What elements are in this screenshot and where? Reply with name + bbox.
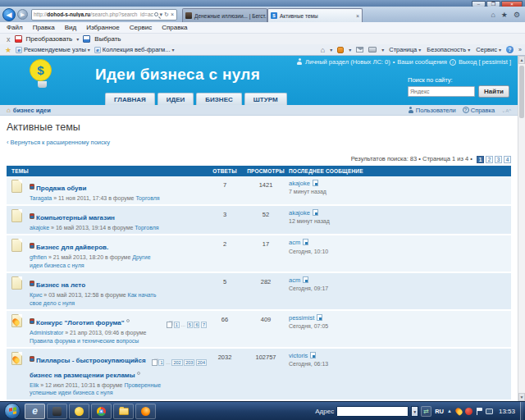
taskbar-chrome-button[interactable] [91, 404, 112, 419]
site-nav-tab[interactable]: ИДЕИ [158, 93, 194, 105]
command-button[interactable]: Сервис ▾ [476, 46, 501, 53]
board-home-icon[interactable]: ⌂ [7, 107, 11, 114]
site-logo[interactable]: $ [30, 59, 54, 94]
forward-button[interactable]: ▶ [17, 9, 28, 20]
home-icon[interactable]: ⌂ [491, 11, 495, 19]
goto-latest-post-icon[interactable] [30, 281, 34, 286]
favorites-item[interactable]: e Рекомендуемые узлы ▾ [16, 46, 90, 53]
last-post-icon[interactable] [313, 209, 318, 216]
chevron-down-icon[interactable]: ▾ [330, 47, 332, 52]
rss-icon[interactable] [337, 47, 344, 53]
topic-title-link[interactable]: Компьютерный магазин [36, 214, 115, 221]
menu-item[interactable]: Справка [162, 24, 187, 31]
vertical-scrollbar[interactable]: ▲ ▼ [518, 56, 525, 401]
home-page-icon[interactable]: ⌂ [321, 46, 325, 54]
mini-page[interactable]: 203 [184, 359, 194, 366]
taskbar-clock[interactable]: 13:53 [499, 408, 515, 415]
last-post-user-link[interactable]: akajoke [289, 209, 310, 217]
menu-item[interactable]: Файл [7, 24, 23, 31]
last-post-user-link[interactable]: acm [289, 276, 300, 284]
chevron-down-icon[interactable]: ▾ [349, 47, 351, 52]
menu-item[interactable]: Сервис [130, 24, 152, 31]
mini-page[interactable]: 7 [201, 322, 207, 328]
taskbar-firefox-button[interactable] [135, 404, 156, 419]
tray-display-icon[interactable] [486, 409, 493, 414]
language-indicator[interactable]: RU [433, 408, 445, 415]
mini-page[interactable]: 204 [196, 359, 207, 366]
topic-author-link[interactable]: Elik [30, 382, 39, 388]
chevron-down-icon[interactable]: ▾ [381, 47, 384, 52]
scrollbar-thumb[interactable] [519, 66, 524, 118]
mini-page[interactable]: 1 [158, 359, 164, 366]
menu-item[interactable]: Вид [65, 24, 76, 31]
topic-author-link[interactable]: Administrator [30, 330, 63, 336]
taskbar-explorer-button[interactable] [113, 404, 134, 419]
taskbar-ie-button[interactable]: e [25, 404, 45, 419]
topic-title-link[interactable]: Конкурс "Логотип форума" [36, 319, 125, 326]
tray-flame-icon[interactable] [454, 406, 463, 415]
refresh-icon[interactable]: ↻ [163, 11, 170, 18]
mail-icon[interactable] [356, 47, 363, 52]
site-nav-tab[interactable]: ГЛАВНАЯ [105, 93, 155, 105]
overflow-chevron-icon[interactable]: » [518, 47, 522, 52]
back-to-search-link[interactable]: ‹ Вернуться к расширенному поиску [7, 139, 110, 146]
your-messages-link[interactable]: Ваши сообщения [397, 58, 447, 66]
last-post-icon[interactable] [313, 180, 318, 186]
site-search-input[interactable] [408, 86, 475, 97]
favorites-item[interactable]: e Коллекция веб-фрагм... ▾ [94, 46, 175, 53]
mini-page[interactable]: 6 [194, 322, 199, 328]
last-post-user-link[interactable]: victoris [289, 352, 308, 359]
goto-latest-post-icon[interactable] [30, 243, 34, 249]
topic-author-link[interactable]: Крис [30, 292, 42, 298]
mini-page[interactable]: 5 [187, 322, 193, 328]
pagination-page[interactable]: 2 [486, 156, 493, 163]
last-post-icon[interactable] [310, 352, 316, 358]
goto-latest-post-icon[interactable] [30, 184, 34, 189]
mini-page[interactable]: 202 [171, 359, 182, 366]
toolbar-close-icon[interactable]: x [7, 35, 11, 43]
mini-page[interactable]: 1 [174, 322, 180, 328]
goto-latest-post-icon[interactable] [30, 356, 34, 362]
go-button[interactable]: ⇄ [421, 406, 431, 417]
font-size-toggle-icon[interactable]: ⌄A^ [501, 107, 511, 113]
search-icon[interactable] [154, 12, 158, 16]
pagination-page[interactable]: 3 [495, 156, 502, 163]
menu-item[interactable]: Правка [33, 24, 55, 31]
show-desktop-button[interactable] [520, 402, 523, 420]
last-post-icon[interactable] [317, 314, 322, 321]
goto-latest-post-icon[interactable] [30, 213, 34, 219]
deskband-address-input[interactable] [336, 406, 409, 417]
last-post-user-link[interactable]: acm [289, 239, 300, 246]
last-post-user-link[interactable]: akajoke [289, 180, 310, 187]
last-post-icon[interactable] [303, 276, 308, 283]
stop-icon[interactable]: × [170, 11, 175, 17]
last-post-user-link[interactable]: pessimist [289, 314, 314, 322]
hidden-icons-chevron[interactable]: ▲ [447, 409, 452, 413]
chevron-down-icon[interactable]: ▾ [76, 36, 79, 42]
menu-item[interactable]: Избранное [86, 24, 120, 31]
command-button[interactable]: Страница ▾ [389, 46, 421, 53]
topic-forum-link[interactable]: Правила форума и технические вопросы [30, 338, 139, 344]
tray-red-icon[interactable] [465, 408, 472, 415]
topic-author-link[interactable]: akajoke [30, 225, 49, 231]
favorites-bar-star-icon[interactable]: ★ [5, 46, 11, 54]
site-search-button[interactable]: Найти [478, 85, 509, 98]
topic-title-link[interactable]: Пилларсы - быстроокупающийся бизнес на р… [30, 357, 146, 379]
convert-button[interactable]: Преобразовать [26, 35, 73, 43]
logout-link[interactable]: Выход [ pessimist ] [459, 58, 511, 66]
topic-title-link[interactable]: Бизнес на лето [36, 281, 85, 289]
browser-tab[interactable]: $ Активные темы × [267, 8, 363, 22]
action-center-flag-icon[interactable] [476, 408, 482, 415]
last-post-icon[interactable] [303, 239, 308, 245]
pagination-page[interactable]: 1 [477, 156, 484, 163]
scroll-up-arrow[interactable]: ▲ [518, 56, 525, 64]
site-nav-tab[interactable]: БИЗНЕС [196, 93, 241, 105]
topic-forum-link[interactable]: Торговля [135, 225, 158, 231]
command-button[interactable]: Безопасность ▾ [427, 46, 470, 53]
help-icon[interactable]: ? [506, 46, 514, 53]
topic-author-link[interactable]: Taragata [30, 195, 52, 201]
tab-close-icon[interactable]: × [356, 13, 359, 19]
pagination-page[interactable]: 4 [504, 156, 511, 163]
address-bar[interactable]: http://dohod-s-nulya.ru/search.php?searc… [31, 9, 177, 21]
site-nav-tab[interactable]: ШТУРМ [244, 93, 287, 105]
